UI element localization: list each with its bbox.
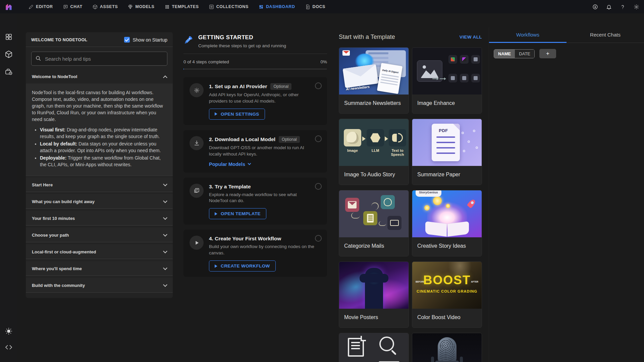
template-card-color-boost-video[interactable]: BEFORE BOOST CINEMATIC COLOR GRADING AFT…	[412, 261, 482, 328]
step-description: Explore a ready-made workflow to see wha…	[209, 192, 316, 204]
template-card-categorize-mails[interactable]: Categorize Mails	[339, 190, 409, 256]
sort-toggle: NAME DATE	[494, 49, 535, 58]
open-template-button[interactable]: OPEN TEMPLATE	[209, 208, 266, 219]
template-title: Image To Audio Story	[339, 166, 409, 185]
gear-icon[interactable]	[634, 4, 639, 10]
add-workflow-button[interactable]: +	[539, 49, 556, 58]
template-thumbnail: Image LLM Text to Speech	[339, 119, 409, 166]
accordion-build-right-away[interactable]: What you can build right away	[26, 194, 173, 209]
step-complete-radio[interactable]	[315, 135, 322, 142]
nodetool-logo[interactable]	[4, 2, 13, 11]
sort-by-date-button[interactable]: DATE	[515, 50, 534, 58]
nav-label: EDITOR	[36, 4, 53, 9]
theme-sun-icon[interactable]	[5, 327, 13, 335]
template-title: Categorize Mails	[339, 237, 409, 256]
dashboard-page: EDITOR CHAT ASSETS MODELS TEMPLATES COLL…	[0, 0, 644, 362]
template-thumbnail	[339, 190, 409, 237]
accordion-choose-path[interactable]: Choose your path	[26, 228, 173, 242]
collections-icon	[209, 4, 214, 9]
document-outline-icon	[348, 338, 364, 357]
accordion-start-here[interactable]: Start Here	[26, 177, 173, 192]
view-all-link[interactable]: VIEW ALL	[460, 35, 482, 40]
grid-icon	[165, 4, 170, 9]
nav-collections[interactable]: COLLECTIONS	[209, 4, 249, 9]
tab-recent-chats[interactable]: Recent Chats	[567, 27, 644, 43]
show-on-startup-checkbox[interactable]: Show on Startup	[124, 37, 167, 43]
help-search	[31, 52, 167, 66]
storygenius-badge: StoryGenius	[416, 190, 441, 197]
bullet-item: Deployable: Trigger the same workflow fr…	[40, 155, 167, 168]
step-complete-radio[interactable]	[315, 183, 322, 190]
open-settings-button[interactable]: OPEN SETTINGS	[209, 109, 265, 120]
step-ai-provider: 1. Set up an AI Provider Optional Add AP…	[183, 77, 327, 125]
optional-badge: Optional	[279, 136, 300, 143]
step-description: Build your own workflow by connecting no…	[209, 244, 316, 256]
nav-label: DASHBOARD	[266, 4, 295, 9]
cyberpunk-figure	[365, 268, 383, 309]
image-node-icon	[344, 129, 361, 146]
chevron-down-icon	[163, 199, 167, 203]
nav-label: TEMPLATES	[172, 4, 199, 9]
template-card-image-audio-story[interactable]: Image LLM Text to Speech Image To Audio …	[339, 119, 409, 185]
topbar: EDITOR CHAT ASSETS MODELS TEMPLATES COLL…	[0, 0, 644, 13]
accordion-local-first[interactable]: Local-first or cloud-augmented	[26, 244, 173, 259]
nav-models[interactable]: MODELS	[128, 4, 154, 9]
nav-chat[interactable]: CHAT	[63, 4, 83, 9]
nav-dashboard[interactable]: DASHBOARD	[259, 4, 295, 9]
step-complete-radio[interactable]	[315, 82, 322, 89]
search-input[interactable]	[31, 52, 167, 66]
package-icon[interactable]	[5, 50, 13, 58]
right-panel-tabs: Workflows Recent Chats	[489, 27, 644, 43]
template-card-image-enhance[interactable]: Image Enhance	[412, 47, 482, 114]
template-title: Summarize Newsletters	[339, 95, 409, 113]
accordion-community[interactable]: Build with the community	[26, 278, 173, 293]
nav-editor[interactable]: EDITOR	[29, 4, 53, 9]
accordion-spend-time[interactable]: Where you'll spend time	[26, 261, 173, 276]
left-rail	[0, 13, 17, 362]
accordion-label: Welcome to NodeTool	[32, 74, 77, 79]
checkbox-checked-icon[interactable]	[124, 37, 130, 43]
template-pages-icon	[190, 184, 204, 198]
template-card-creative-story-ideas[interactable]: StoryGenius Creative Story Ideas	[412, 190, 482, 256]
template-thumbnail: BEFORE BOOST CINEMATIC COLOR GRADING AFT…	[412, 262, 482, 309]
templates-title: Start with a Template	[339, 34, 395, 41]
cube-icon	[93, 4, 98, 9]
template-card-microphone[interactable]	[412, 333, 482, 362]
nav-label: COLLECTIONS	[216, 4, 249, 9]
template-card-summarize-newsletters[interactable]: Daily AI Digest AI newsletters Summarize…	[339, 47, 409, 114]
dashboard-grid-icon[interactable]	[5, 33, 13, 41]
tab-workflows[interactable]: Workflows	[489, 27, 567, 43]
output-node-icon	[387, 216, 401, 230]
template-thumbnail	[339, 333, 409, 362]
gem-icon	[128, 4, 133, 9]
step-description: Add API keys for OpenAI, Anthropic, or o…	[209, 92, 316, 105]
onboarding-steps: 1. Set up an AI Provider Optional Add AP…	[183, 77, 327, 277]
accordion-welcome[interactable]: Welcome to NodeTool	[26, 70, 173, 83]
provider-gear-icon	[190, 83, 204, 97]
bell-icon[interactable]	[606, 4, 612, 10]
pdf-document-icon: PDF	[432, 124, 460, 161]
template-card-summarize-paper[interactable]: PDF Summarize Paper	[412, 119, 482, 185]
pencil-icon	[29, 4, 34, 9]
nav-docs[interactable]: DOCS	[305, 4, 326, 9]
nav-assets[interactable]: ASSETS	[93, 4, 118, 9]
sort-by-name-button[interactable]: NAME	[494, 50, 515, 58]
nav-templates[interactable]: TEMPLATES	[165, 4, 199, 9]
workflows-toolbar: NAME DATE +	[494, 49, 644, 58]
help-icon[interactable]	[620, 4, 626, 10]
intro-bullets: Visual first: Drag-and-drop nodes, previ…	[32, 127, 167, 168]
download-circle-icon[interactable]	[592, 4, 598, 10]
step-complete-radio[interactable]	[315, 235, 322, 242]
create-workflow-button[interactable]: CREATE WORKFLOW	[209, 260, 276, 272]
accordion-first-10-minutes[interactable]: Your first 10 minutes	[26, 211, 173, 226]
template-title: Image Enhance	[412, 95, 482, 113]
popular-models-dropdown[interactable]: Popular Models	[209, 162, 251, 167]
download-icon	[190, 136, 204, 150]
chevron-down-icon	[163, 249, 167, 253]
help-accordions: Start Here What you can build right away…	[26, 176, 173, 293]
template-card-document-search[interactable]	[339, 333, 409, 362]
code-icon[interactable]	[5, 343, 13, 351]
template-card-movie-posters[interactable]: Movie Posters	[339, 261, 409, 328]
template-thumbnail	[412, 48, 482, 95]
jobs-briefcase-icon[interactable]	[5, 68, 13, 76]
